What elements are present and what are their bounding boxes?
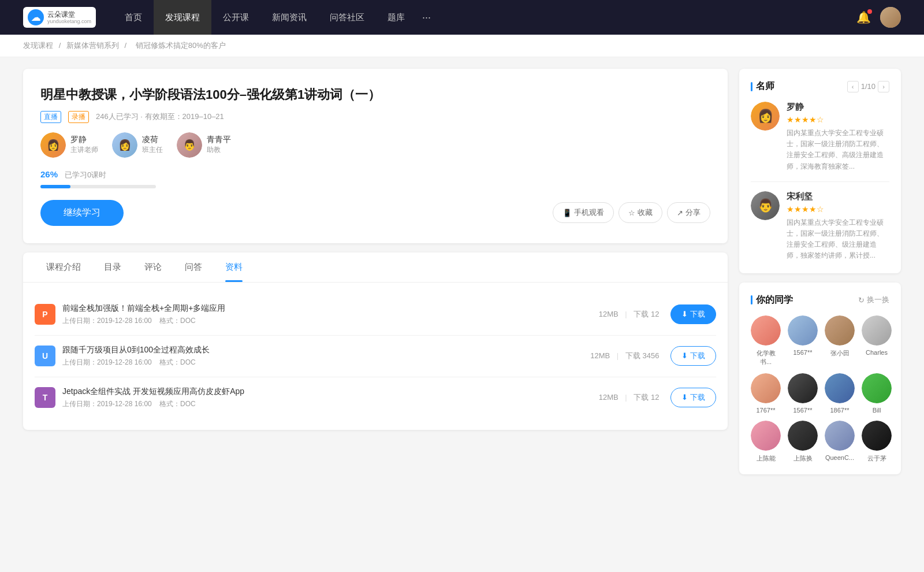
teacher-avatar-1: 👩 xyxy=(40,132,66,158)
classmate-item-6[interactable]: 1567** xyxy=(788,373,818,414)
nav-item-open[interactable]: 公开课 xyxy=(211,0,260,35)
continue-learning-button[interactable]: 继续学习 xyxy=(40,200,124,226)
download-button-2[interactable]: ⬇ 下载 xyxy=(670,346,716,366)
nav-item-news[interactable]: 新闻资讯 xyxy=(260,0,318,35)
mobile-watch-button[interactable]: 📱 手机观看 xyxy=(553,202,614,223)
logo-name: 云朵课堂 xyxy=(47,10,91,18)
badge-live: 直播 xyxy=(40,111,61,123)
nav-item-quiz[interactable]: 题库 xyxy=(376,0,416,35)
refresh-classmates-button[interactable]: ↻ 换一换 xyxy=(858,295,889,305)
classmate-item-7[interactable]: 1867** xyxy=(825,373,855,414)
progress-bar-bg xyxy=(40,185,156,188)
share-button[interactable]: ↗ 分享 xyxy=(667,202,710,223)
classmate-item-4[interactable]: Charles xyxy=(862,315,892,366)
classmate-item-1[interactable]: 化学教书... xyxy=(751,315,781,366)
course-header: 明星中教授课，小学阶段语法100分–强化级第1讲动词（一） 直播 录播 246人… xyxy=(23,69,728,243)
classmate-item-2[interactable]: 1567** xyxy=(788,315,818,366)
right-panel: 名师 ‹ 1/10 › 👩 罗静 ★★★★☆ 国内某重点大学安全工程专业硕士， xyxy=(739,69,901,484)
download-button-3[interactable]: ⬇ 下载 xyxy=(670,388,716,407)
notification-bell-icon[interactable]: 🔔 xyxy=(856,10,871,24)
nav-right: 🔔 xyxy=(856,7,901,28)
course-meta-text: 246人已学习 · 有效期至：2019–10–21 xyxy=(96,112,224,122)
tab-catalog[interactable]: 目录 xyxy=(92,252,133,282)
classmate-item-10[interactable]: 上陈换 xyxy=(788,421,818,463)
classmate-avatar-3 xyxy=(825,315,855,346)
logo-area[interactable]: ☁ 云朵课堂 yunduoketang.com xyxy=(23,7,96,28)
classmate-item-5[interactable]: 1767** xyxy=(751,373,781,414)
mobile-icon: 📱 xyxy=(562,209,572,217)
tabs-content: P 前端全栈加强版！前端全栈+全周期+多端应用 上传日期：2019-12-28 … xyxy=(23,283,728,430)
teachers-page-info: 1/10 xyxy=(861,82,875,91)
tab-resources[interactable]: 资料 xyxy=(214,252,254,282)
tab-comments[interactable]: 评论 xyxy=(133,252,173,282)
teacher-avatar-3: 👨 xyxy=(177,132,202,158)
classmate-item-9[interactable]: 上陈能 xyxy=(751,421,781,463)
classmate-name-7: 1867** xyxy=(830,407,849,414)
tabs-section: 课程介绍 目录 评论 问答 资料 P 前端全栈加强版！前端全栈+全周期+多端应用… xyxy=(23,252,728,430)
nav-item-discover[interactable]: 发现课程 xyxy=(154,0,211,35)
classmate-avatar-2 xyxy=(788,315,818,346)
classmate-avatar-1 xyxy=(751,315,781,346)
resource-info-1: 前端全栈加强版！前端全栈+全周期+多端应用 上传日期：2019-12-28 16… xyxy=(62,303,599,326)
teacher-profile-avatar-2: 👨 xyxy=(751,191,780,220)
user-avatar-img xyxy=(880,7,901,28)
classmate-avatar-10 xyxy=(788,421,818,451)
nav-item-qa[interactable]: 问答社区 xyxy=(318,0,376,35)
teachers-prev-button[interactable]: ‹ xyxy=(847,81,859,92)
classmate-avatar-4 xyxy=(862,315,892,346)
collect-button[interactable]: ☆ 收藏 xyxy=(619,202,662,223)
main-layout: 明星中教授课，小学阶段语法100分–强化级第1讲动词（一） 直播 录播 246人… xyxy=(0,57,924,495)
teacher-stars-2: ★★★★☆ xyxy=(787,205,889,214)
breadcrumb-series[interactable]: 新媒体营销系列 xyxy=(66,41,119,50)
nav-item-home[interactable]: 首页 xyxy=(113,0,154,35)
teacher-role-1: 主讲老师 xyxy=(70,145,98,155)
resource-icon-3: T xyxy=(35,387,55,408)
classmate-item-3[interactable]: 张小田 xyxy=(825,315,855,366)
download-button-1[interactable]: ⬇ 下载 xyxy=(670,304,716,324)
teacher-name-3: 青青平 xyxy=(207,135,231,145)
teacher-avatar-icon-lj: 👩 xyxy=(751,102,780,131)
teacher-name-2: 凌荷 xyxy=(142,135,163,145)
classmate-item-11[interactable]: QueenC... xyxy=(825,421,855,463)
teachers-panel-title: 名师 xyxy=(751,80,774,92)
classmate-name-11: QueenC... xyxy=(825,454,854,461)
resource-title-3: Jetpack全组件实战 开发短视频应用高仿皮皮虾App xyxy=(62,387,599,397)
user-avatar[interactable] xyxy=(880,7,901,28)
navbar: ☁ 云朵课堂 yunduoketang.com 首页 发现课程 公开课 新闻资讯… xyxy=(0,0,924,35)
breadcrumb-discover[interactable]: 发现课程 xyxy=(23,41,53,50)
classmate-item-12[interactable]: 云于茅 xyxy=(862,421,892,463)
classmate-name-2: 1567** xyxy=(793,349,812,356)
teachers-panel-header: 名师 ‹ 1/10 › xyxy=(751,80,889,92)
resource-meta-1: 上传日期：2019-12-28 16:00 格式：DOC xyxy=(62,316,599,326)
teachers-list: 👩 罗静 主讲老师 👩 凌荷 班主任 xyxy=(40,132,710,158)
teachers-next-button[interactable]: › xyxy=(878,81,889,92)
nav-more-button[interactable]: ··· xyxy=(416,12,437,24)
classmate-avatar-6 xyxy=(788,373,818,403)
teacher-avatar-lh: 👩 xyxy=(112,132,137,158)
logo-sub: yunduoketang.com xyxy=(47,18,91,24)
progress-sub: 已学习0课时 xyxy=(65,170,106,180)
breadcrumb-sep1: / xyxy=(59,41,63,50)
classmate-avatar-11 xyxy=(825,421,855,451)
classmates-panel-header: 你的同学 ↻ 换一换 xyxy=(751,294,889,306)
teacher-profile-name-1: 罗静 xyxy=(787,102,889,113)
breadcrumb-current: 销冠修炼术搞定80%的客户 xyxy=(136,41,226,50)
resource-info-3: Jetpack全组件实战 开发短视频应用高仿皮皮虾App 上传日期：2019-1… xyxy=(62,387,599,409)
progress-section: 26% 已学习0课时 xyxy=(40,169,710,188)
badge-rec: 录播 xyxy=(68,111,89,123)
tab-intro[interactable]: 课程介绍 xyxy=(35,252,92,282)
classmate-name-4: Charles xyxy=(866,349,888,356)
share-icon: ↗ xyxy=(677,209,683,217)
teacher-desc-1: 国内某重点大学安全工程专业硕士，国家一级注册消防工程师、注册安全工程师、高级注册… xyxy=(787,128,889,172)
breadcrumb-sep2: / xyxy=(124,41,128,50)
resource-stats-2: 12MB | 下载 3456 xyxy=(590,351,659,361)
tab-qa[interactable]: 问答 xyxy=(173,252,214,282)
classmate-item-8[interactable]: Bill xyxy=(862,373,892,414)
classmate-avatar-9 xyxy=(751,421,781,451)
course-title: 明星中教授课，小学阶段语法100分–强化级第1讲动词（一） xyxy=(40,86,710,104)
teacher-desc-2: 国内某重点大学安全工程专业硕士，国家一级注册消防工程师、注册安全工程师、级注册建… xyxy=(787,217,889,262)
classmate-avatar-12 xyxy=(862,421,892,451)
resource-info-2: 跟随千万级项目从0到100全过程高效成长 上传日期：2019-12-28 16:… xyxy=(62,345,590,367)
resource-item-2: U 跟随千万级项目从0到100全过程高效成长 上传日期：2019-12-28 1… xyxy=(35,336,716,377)
left-panel: 明星中教授课，小学阶段语法100分–强化级第1讲动词（一） 直播 录播 246人… xyxy=(23,69,728,484)
